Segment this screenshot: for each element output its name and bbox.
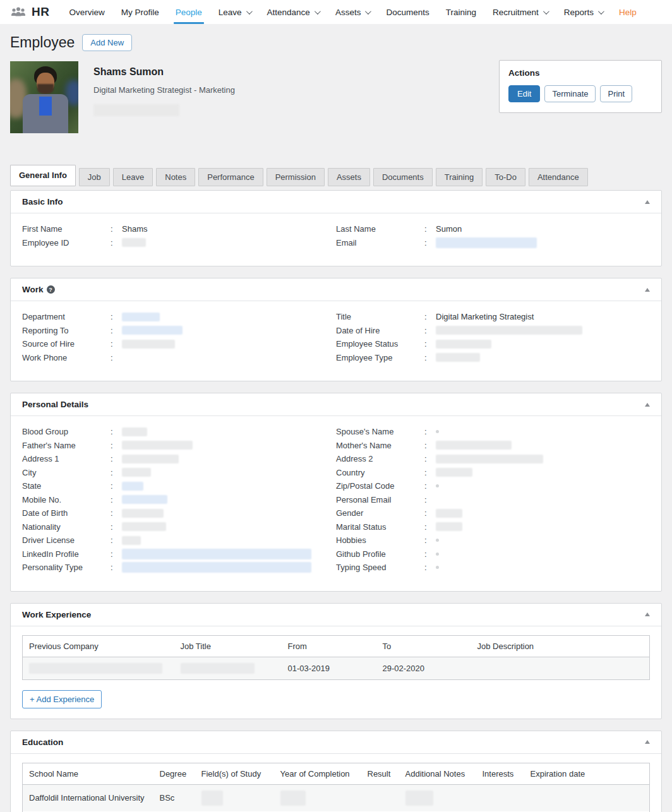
print-button[interactable]: Print [600,85,632,102]
redacted-value [201,791,223,806]
add-experience-button[interactable]: + Add Experience [22,690,102,708]
nav-item-attendance[interactable]: Attendance [259,0,327,24]
field-row: Personal Email [336,493,650,507]
field-row: TitleDigital Marketing Strategist [336,310,650,324]
employee-name: Shams Sumon [93,66,235,78]
terminate-button[interactable]: Terminate [544,85,596,102]
redacted-value [436,509,462,518]
work-experience-title: Work Experience [22,610,91,619]
add-new-button[interactable]: Add New [82,34,132,51]
field-row: Employee Status [336,337,650,351]
employee-designation: Digital Marketing Strategist - Marketing [93,85,235,95]
redacted-value [122,455,179,463]
work-experience-card: Work Experience Previous Company Job Tit… [10,603,662,719]
nav-item-leave[interactable]: Leave [210,0,259,24]
tab-permission[interactable]: Permission [267,168,325,186]
redacted-value [436,430,439,433]
tab-general-info[interactable]: General Info [10,165,76,186]
tab-to-do[interactable]: To-Do [486,168,525,186]
nav-item-recruitment[interactable]: Recruitment [484,0,556,24]
tab-training[interactable]: Training [436,168,483,186]
field-row: Marital Status [336,520,650,534]
field-row: Driver License [22,534,336,547]
top-nav: HR Overview My Profile People Leave Atte… [0,0,672,24]
field-row: Email [336,236,650,250]
nav-item-overview[interactable]: Overview [61,0,112,24]
redacted-value [122,427,147,436]
help-icon[interactable]: ? [47,285,55,294]
nav-item-assets[interactable]: Assets [327,0,378,24]
collapse-arrow-icon[interactable] [645,403,650,407]
actions-title: Actions [508,68,652,78]
field-row: First NameShams [22,222,336,236]
tab-notes[interactable]: Notes [156,168,195,186]
field-row: Typing Speed [336,561,650,575]
redacted-value [436,522,462,531]
field-row: Date of Hire [336,324,650,338]
field-row: Mobile No. [22,493,336,507]
personal-details-card: Personal Details Blood Group Father's Na… [10,393,662,592]
employee-photo [10,61,78,133]
redacted-value [122,468,151,477]
chevron-down-icon [598,8,604,15]
field-row: Hobbies [336,534,650,547]
field-row: Personality Type [22,561,336,575]
redacted-value [122,482,143,491]
redacted-value [436,484,439,487]
redacted-value [122,522,166,531]
field-row: Date of Birth [22,506,336,520]
field-row: Zip/Postal Code [336,479,650,493]
brand-title: HR [32,5,49,19]
tab-assets[interactable]: Assets [328,168,370,186]
experience-to: 29-02-2020 [376,657,471,679]
redacted-value [436,468,472,477]
chevron-down-icon [365,8,371,15]
tab-job[interactable]: Job [79,168,110,186]
redacted-value [436,441,512,450]
basic-info-title: Basic Info [22,197,63,206]
field-row: Address 1 [22,452,336,466]
field-row: LinkedIn Profile [22,547,336,561]
degree: BSc [153,784,195,811]
redacted-value [122,441,193,450]
redacted-value [436,237,537,248]
field-row: Spouse's Name [336,425,650,439]
field-row: State [22,479,336,493]
redacted-value [181,663,255,674]
redacted-value [122,326,183,335]
nav-item-training[interactable]: Training [438,0,484,24]
nav-item-people[interactable]: People [167,0,210,24]
collapse-arrow-icon[interactable] [645,200,650,204]
nav-item-documents[interactable]: Documents [378,0,437,24]
hr-brand[interactable]: HR [10,0,49,24]
tab-attendance[interactable]: Attendance [529,168,588,186]
school-name: Daffoldil International University [23,784,153,811]
redacted-value [436,340,491,349]
field-row: Gender [336,506,650,520]
tab-leave[interactable]: Leave [113,168,153,186]
redacted-value [122,509,164,518]
field-row: Github Profile [336,547,650,561]
chevron-down-icon [315,8,321,15]
experience-from: 01-03-2019 [282,657,376,679]
title-value: Digital Marketing Strategist [436,312,534,321]
redacted-value [122,549,311,559]
collapse-arrow-icon[interactable] [645,612,650,616]
redacted-value [122,495,167,504]
edit-button[interactable]: Edit [508,85,540,102]
nav-item-help[interactable]: Help [611,0,645,24]
field-row: Nationality [22,520,336,534]
education-card: Education School Name Degree Field(s) of… [10,731,662,812]
redacted-value [436,566,439,569]
education-title: Education [22,737,63,747]
tab-performance[interactable]: Performance [198,168,263,186]
redacted-value [122,562,311,573]
nav-item-reports[interactable]: Reports [556,0,611,24]
nav-item-my-profile[interactable]: My Profile [113,0,167,24]
tab-documents[interactable]: Documents [373,168,433,186]
collapse-arrow-icon[interactable] [645,288,650,292]
collapse-arrow-icon[interactable] [645,740,650,744]
field-row: Source of Hire [22,337,336,351]
work-title: Work [22,285,44,294]
field-row: Country [336,466,650,480]
